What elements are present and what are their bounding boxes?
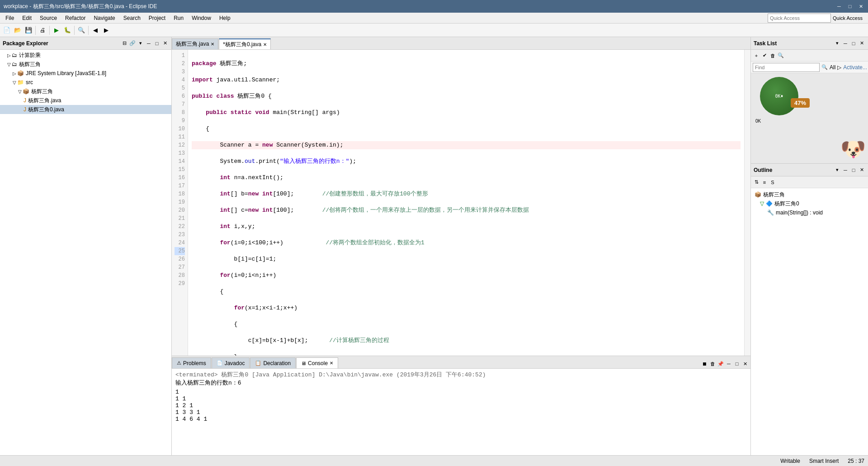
outline-item-method[interactable]: 🔧 main(String[]) : void (753, 208, 866, 217)
console-maximize-button[interactable]: □ (733, 360, 741, 367)
menu-file[interactable]: File (2, 14, 18, 22)
activate-label[interactable]: Activate... (843, 64, 867, 71)
close-button[interactable]: ✕ (857, 3, 864, 10)
outline-item-class[interactable]: ▽ 🔷 杨辉三角0 (753, 199, 866, 208)
debug-button[interactable]: 🐛 (62, 25, 72, 35)
console-close-button[interactable]: ✕ (741, 360, 749, 367)
outline-sort-button[interactable]: ⇅ (753, 179, 760, 186)
menu-edit[interactable]: Edit (19, 14, 35, 22)
pkg-minimize-button[interactable]: ─ (145, 40, 152, 47)
outline-menu-button[interactable]: ▾ (834, 166, 841, 174)
open-button[interactable]: 📂 (13, 25, 23, 35)
run-button[interactable]: ▶ (52, 25, 61, 35)
console-clear-button[interactable]: 🗑 (709, 360, 716, 367)
xp-label-1: 0K♦ (775, 94, 783, 99)
expand-arrow-yanghui: ▽ (7, 62, 11, 67)
find-input[interactable] (753, 63, 820, 72)
menu-refactor[interactable]: Refactor (61, 14, 89, 22)
quick-access-label: Quick Access (833, 15, 863, 21)
expand-arrow-package: ▽ (18, 89, 22, 94)
tree-item-yanghui0-java[interactable]: J 杨辉三角0.java (0, 105, 171, 114)
outline-maximize-button[interactable]: □ (850, 166, 857, 174)
console-pin-button[interactable]: 📌 (717, 360, 724, 367)
console-output: 1 1 1 1 2 1 1 3 3 1 1 4 6 4 1 (175, 389, 747, 423)
method-outline-icon: 🔧 (767, 209, 774, 216)
pkg-close-button[interactable]: ✕ (161, 40, 169, 47)
pkg-link-button[interactable]: 🔗 (129, 40, 136, 47)
tasklist-menu-button[interactable]: ▾ (834, 40, 841, 47)
tree-item-jiecheng[interactable]: ▷ 🗂 计算阶乘 (0, 51, 171, 60)
pkg-menu-button[interactable]: ▾ (137, 40, 144, 47)
left-panel: Package Explorer ⊟ 🔗 ▾ ─ □ ✕ ▷ 🗂 计算阶乘 ▽ … (0, 37, 172, 455)
search-toolbar-button[interactable]: 🔍 (76, 25, 86, 35)
tasklist-minimize-button[interactable]: ─ (842, 40, 849, 47)
outline-hide-static-button[interactable]: S (769, 179, 776, 186)
minimize-button[interactable]: ─ (835, 3, 843, 10)
save-button[interactable]: 💾 (24, 25, 33, 35)
package-explorer-title: Package Explorer (3, 40, 48, 47)
output-line-5: 1 4 6 4 1 (175, 416, 747, 423)
outline-minimize-button[interactable]: ─ (842, 166, 849, 174)
console-minimize-button[interactable]: ─ (725, 360, 732, 367)
console-stop-button[interactable]: ⏹ (701, 360, 708, 367)
new-button[interactable]: 📄 (2, 25, 12, 35)
code-editor[interactable]: package 杨辉三角; import java.util.Scanner; … (188, 50, 744, 356)
outline-toolbar: ⇅ ≡ S (751, 176, 868, 188)
tree-item-yanghui[interactable]: ▽ 🗂 杨辉三角 (0, 60, 171, 69)
tab-close-yanghui0-java[interactable]: ✕ (263, 42, 267, 47)
editor-content[interactable]: 12345 678910 1112131415 1617181920 21222… (172, 50, 750, 356)
dog-character-icon: 🐶 (840, 137, 866, 161)
code-line-13: b[i]=c[i]=1; (192, 255, 741, 263)
menu-help[interactable]: Help (216, 14, 234, 22)
class-icon: 🔷 (766, 200, 773, 207)
task-new-button[interactable]: + (753, 52, 760, 59)
console-terminated-line: <terminated> 杨辉三角0 [Java Application] D:… (175, 371, 747, 379)
editor-area: 12345 678910 1112131415 1617181920 21222… (172, 50, 750, 455)
task-filter-button[interactable]: 🔍 (777, 52, 784, 59)
maximize-button[interactable]: □ (846, 3, 854, 10)
tab-label-yanghui0-java: *杨辉三角0.java (223, 41, 261, 48)
outline-label-package: 杨辉三角 (763, 191, 785, 199)
task-delete-button[interactable]: 🗑 (769, 52, 776, 59)
task-complete-button[interactable]: ✔ (761, 52, 768, 59)
menu-project[interactable]: Project (145, 14, 169, 22)
outline-hide-fields-button[interactable]: ≡ (761, 179, 768, 186)
pkg-collapse-button[interactable]: ⊟ (121, 40, 128, 47)
center-panel: 杨辉三角.java ✕ *杨辉三角0.java ✕ 12345 678910 1… (172, 37, 750, 455)
menu-run[interactable]: Run (170, 14, 187, 22)
tab-yanghui0-java[interactable]: *杨辉三角0.java ✕ (219, 38, 271, 49)
outline-close-button[interactable]: ✕ (858, 166, 865, 174)
tree-item-src[interactable]: ▽ 📁 src (0, 78, 171, 87)
next-button[interactable]: ▶ (101, 25, 111, 35)
tasklist-maximize-button[interactable]: □ (850, 40, 857, 47)
editor-scrollbar[interactable] (744, 50, 750, 356)
tree-item-jre[interactable]: ▷ 📦 JRE System Library [JavaSE-1.8] (0, 69, 171, 78)
pkg-maximize-button[interactable]: □ (153, 40, 160, 47)
quick-access-input[interactable] (768, 14, 831, 23)
console-tab-close[interactable]: ✕ (330, 361, 333, 366)
tab-console[interactable]: 🖥 Console ✕ (296, 357, 338, 368)
tab-close-yanghui-java[interactable]: ✕ (211, 42, 214, 47)
menu-window[interactable]: Window (188, 14, 215, 22)
output-line-3: 1 2 1 (175, 402, 747, 409)
tab-declaration[interactable]: 📋 Declaration (250, 357, 296, 368)
find-search-button[interactable]: 🔍 (821, 64, 828, 71)
prev-button[interactable]: ◀ (90, 25, 100, 35)
menu-search[interactable]: Search (120, 14, 144, 22)
menu-source[interactable]: Source (36, 14, 61, 22)
outline-item-package[interactable]: 📦 杨辉三角 (753, 190, 866, 199)
tree-item-yanghui-java[interactable]: J 杨辉三角.java (0, 96, 171, 105)
menu-navigate[interactable]: Navigate (90, 14, 118, 22)
folder-icon-src: 📁 (17, 79, 24, 86)
tree-item-package[interactable]: ▽ 📦 杨辉三角 (0, 87, 171, 96)
tab-problems[interactable]: ⚠ Problems (172, 357, 211, 368)
code-line-1: package 杨辉三角; (192, 60, 741, 68)
tab-yanghui-java[interactable]: 杨辉三角.java ✕ (172, 38, 218, 49)
code-line-16: for(x=1;x<i-1;x++) (192, 304, 741, 312)
percent-value: 47% (794, 100, 806, 106)
tab-javadoc[interactable]: 📄 Javadoc (212, 357, 250, 368)
print-button[interactable]: 🖨 (38, 25, 47, 35)
status-insert-mode: Smart Insert (809, 458, 839, 464)
gamification-area: 0K♦ 47% 0K 🐶 (751, 73, 868, 163)
tasklist-close-button[interactable]: ✕ (858, 40, 865, 47)
